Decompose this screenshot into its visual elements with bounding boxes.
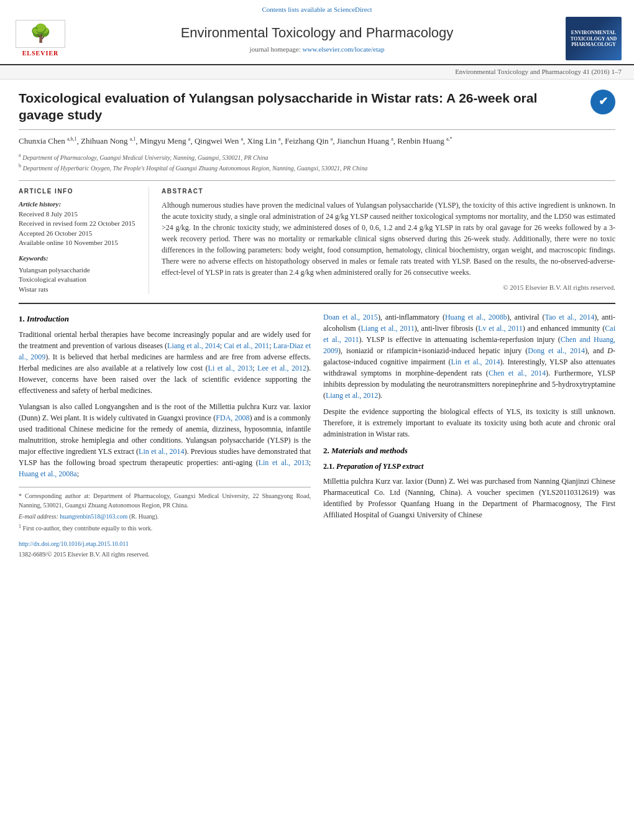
doi-link[interactable]: http://dx.doi.org/10.1016/j.etap.2015.10… [19, 540, 129, 547]
cite-cai2011[interactable]: Cai et al., 2011 [224, 341, 269, 350]
affiliation-a: a Department of Pharmacology, Guangxi Me… [19, 152, 615, 162]
doi-bar: http://dx.doi.org/10.1016/j.etap.2015.10… [19, 539, 311, 548]
body-col-right: Doan et al., 2015), anti-inflammatory (H… [323, 312, 615, 559]
section1-number: 1. [19, 314, 27, 323]
cite-chen2014[interactable]: Chen et al., 2014 [489, 369, 546, 377]
footnotes: * Corresponding author at: Department of… [19, 487, 311, 533]
cite-liang2012[interactable]: Liang et al., 2012 [326, 391, 378, 400]
keyword-3: Wistar rats [19, 285, 140, 294]
revised-date: Received in revised form 22 October 2015 [19, 219, 140, 228]
abstract-section: ABSTRACT Although numerous studies have … [162, 187, 615, 294]
abstract-text: Although numerous studies have proven th… [162, 200, 615, 278]
citation-text: Environmental Toxicology and Pharmacolog… [455, 68, 622, 75]
issn-bar: 1382-6689/© 2015 Elsevier B.V. All right… [19, 550, 311, 559]
sciencedirect-link[interactable]: ScienceDirect [334, 6, 372, 13]
authors: Chunxia Chen a,b,1, Zhihuan Nong a,1, Mi… [19, 135, 615, 148]
section2-title: Materials and methods [331, 446, 408, 455]
article-container: Toxicological evaluation of Yulangsan po… [0, 80, 634, 571]
section2-1-title: Preparation of YLSP extract [336, 462, 423, 471]
cite-lin2014b[interactable]: Lin et al., 2014 [451, 358, 500, 366]
cite-fda2008[interactable]: FDA, 2008 [216, 413, 249, 422]
section2-1-number: 2.1. [323, 462, 336, 471]
footnote-corresponding: * Corresponding author at: Department of… [19, 491, 311, 510]
sciencedirect-bar: Contents lists available at ScienceDirec… [12, 5, 622, 14]
section1-heading: 1. Introduction [19, 313, 311, 325]
keyword-1: Yulangsan polysaccharide [19, 265, 140, 275]
journal-logo-right: ENVIRONMENTAL TOXICOLOGY AND PHARMACOLOG… [566, 17, 622, 60]
cite-liang2014[interactable]: Liang et al., 2014 [167, 341, 220, 350]
intro-para-1: Traditional oriental herbal therapies ha… [19, 329, 311, 396]
author-affiliations: a Department of Pharmacology, Guangxi Me… [19, 152, 615, 173]
keywords-block: Keywords: Yulangsan polysaccharide Toxic… [19, 254, 140, 294]
cite-tao2014[interactable]: Tao et al., 2014 [544, 313, 594, 321]
footnote-email: E-mail address: huangrenbin518@163.com (… [19, 512, 311, 521]
body-divider [19, 303, 615, 304]
abstract-title: ABSTRACT [162, 187, 615, 196]
article-info-title: ARTICLE INFO [19, 187, 140, 196]
elsevier-logo: 🌳 ELSEVIER [12, 20, 68, 58]
journal-title-center: Environmental Toxicology and Pharmacolog… [68, 24, 566, 54]
article-title-section: Toxicological evaluation of Yulangsan po… [19, 90, 615, 131]
email-link[interactable]: huangrenbin518@163.com [60, 513, 127, 520]
cite-lv2011[interactable]: Lv et al., 2011 [478, 324, 523, 333]
section2-heading: 2. Materials and methods [323, 445, 615, 457]
affiliation-b: b Department of Hyperbaric Oxygen, The P… [19, 162, 615, 173]
elsevier-wordmark: ELSEVIER [22, 49, 59, 58]
abstract-copyright: © 2015 Elsevier B.V. All rights reserved… [162, 283, 615, 292]
cite-huang2008a[interactable]: Huang et al., 2008a [19, 469, 77, 478]
footnote-coauthor: 1 First co-author, they contribute equal… [19, 523, 311, 533]
article-history-label: Article history: [19, 200, 140, 209]
cite-lin2014[interactable]: Lin et al., 2014 [139, 447, 184, 456]
cite-dong2014[interactable]: Dong et al., 2014 [528, 346, 585, 355]
email-label: E-mail address: [19, 513, 58, 520]
article-history-block: Article history: Received 8 July 2015 Re… [19, 200, 140, 247]
cite-huang2008b[interactable]: Huang et al., 2008b [445, 313, 507, 321]
cite-liang2011[interactable]: Liang et al., 2011 [361, 324, 414, 333]
section2-1-heading: 2.1. Preparation of YLSP extract [323, 461, 615, 472]
journal-title-row: 🌳 ELSEVIER Environmental Toxicology and … [12, 17, 622, 60]
accepted-date: Accepted 26 October 2015 [19, 229, 140, 238]
right-para-2: Despite the evidence supporting the biol… [323, 406, 615, 440]
homepage-label: journal homepage: [250, 45, 301, 53]
journal-header: Contents lists available at ScienceDirec… [0, 0, 634, 65]
homepage-link[interactable]: www.elsevier.com/locate/etap [303, 45, 385, 53]
author-list: Chunxia Chen a,b,1, Zhihuan Nong a,1, Mi… [19, 136, 453, 145]
article-info-abstract-section: ARTICLE INFO Article history: Received 8… [19, 180, 615, 294]
keywords-label: Keywords: [19, 254, 140, 263]
online-date: Available online 10 November 2015 [19, 238, 140, 247]
right-para-1: Doan et al., 2015), anti-inflammatory (H… [323, 312, 615, 401]
section1-title: Introduction [27, 314, 69, 323]
journal-homepage: journal homepage: www.elsevier.com/locat… [68, 45, 566, 54]
section2-1-text: Millettia pulchra Kurz var. laxior (Dunn… [323, 476, 615, 520]
received-date: Received 8 July 2015 [19, 210, 140, 219]
cite-lin2013[interactable]: Lin et al., 2013 [259, 458, 309, 467]
body-col-left: 1. Introduction Traditional oriental her… [19, 312, 311, 559]
cite-li2013[interactable]: Li et al., 2013 [208, 364, 253, 372]
elsevier-tree-icon: 🌳 [30, 25, 52, 42]
keyword-2: Toxicological evaluation [19, 275, 140, 284]
elsevier-logo-box: 🌳 [16, 20, 65, 48]
cite-doan2015[interactable]: Doan et al., 2015 [323, 313, 378, 321]
body-two-col: 1. Introduction Traditional oriental her… [19, 312, 615, 559]
article-title: Toxicological evaluation of Yulangsan po… [19, 90, 584, 124]
cite-lee2012[interactable]: Lee et al., 2012 [257, 364, 306, 372]
citation-bar: Environmental Toxicology and Pharmacolog… [0, 65, 634, 79]
article-info: ARTICLE INFO Article history: Received 8… [19, 187, 149, 294]
intro-para-2: Yulangsan is also called Longyangshen an… [19, 401, 311, 479]
crossmark-badge[interactable]: ✔ [590, 90, 615, 114]
section2-number: 2. [323, 446, 331, 455]
journal-name: Environmental Toxicology and Pharmacolog… [68, 24, 566, 43]
